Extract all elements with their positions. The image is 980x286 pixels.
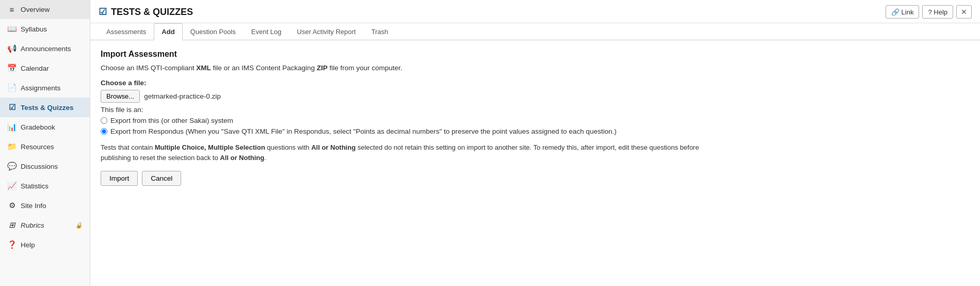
sidebar-item-label: Discussions [21, 163, 58, 170]
sidebar-item-label: Announcements [21, 45, 71, 53]
radio-option-sakai[interactable]: Export from this (or other Sakai) system [101, 117, 970, 124]
tab-question-pools[interactable]: Question Pools [183, 23, 244, 40]
desc-prefix: Choose an IMS QTI-compliant [101, 64, 196, 72]
warning-text: Tests that contain Multiple Choice, Mult… [101, 142, 720, 163]
page-header: ☑ TESTS & QUIZZES 🔗 Link ? Help ✕ [90, 0, 980, 23]
warning-middle1: questions with [265, 144, 312, 151]
sidebar-item-assignments[interactable]: 📄 Assignments [0, 78, 90, 98]
radio-group: Export from this (or other Sakai) system… [101, 117, 970, 135]
grid-icon: ⊞ [7, 220, 17, 230]
warning-prefix: Tests that contain [101, 144, 155, 151]
tab-event-log[interactable]: Event Log [244, 23, 290, 40]
content-area: Import Assessment Choose an IMS QTI-comp… [90, 40, 980, 286]
import-button[interactable]: Import [101, 171, 138, 186]
radio-sakai[interactable] [101, 117, 107, 124]
sidebar-item-label: Syllabus [21, 25, 47, 33]
tab-assessments[interactable]: Assessments [99, 23, 154, 40]
sidebar-item-rubrics[interactable]: ⊞ Rubrics 🔒 [0, 215, 90, 235]
chat-icon: 💬 [7, 162, 17, 171]
sidebar-item-site-info[interactable]: ⚙ Site Info [0, 196, 90, 215]
sidebar-item-label: Assignments [21, 84, 60, 92]
sidebar-item-calendar[interactable]: 📅 Calendar [0, 58, 90, 78]
sidebar-item-discussions[interactable]: 💬 Discussions [0, 156, 90, 176]
import-section-title: Import Assessment [101, 50, 970, 59]
sidebar-item-label: Statistics [21, 182, 49, 190]
megaphone-icon: 📢 [7, 44, 17, 53]
sidebar-item-tests-quizzes[interactable]: ☑ Tests & Quizzes [0, 98, 90, 117]
sidebar-item-help[interactable]: ❓ Help [0, 235, 90, 255]
overview-icon: ≡ [7, 5, 17, 14]
tab-bar: Assessments Add Question Pools Event Log… [90, 23, 980, 40]
book-icon: 📖 [7, 24, 17, 34]
sidebar-item-statistics[interactable]: 📈 Statistics [0, 176, 90, 196]
action-buttons: Import Cancel [101, 171, 970, 186]
sidebar-item-syllabus[interactable]: 📖 Syllabus [0, 19, 90, 39]
title-check-icon: ☑ [99, 6, 107, 18]
sidebar-item-label: Gradebook [21, 123, 55, 131]
warning-bold3: All or Nothing [220, 154, 264, 162]
browse-button[interactable]: Browse... [101, 90, 140, 103]
gear-icon: ⚙ [7, 201, 17, 210]
desc-suffix: file from your computer. [328, 64, 403, 72]
page-title: ☑ TESTS & QUIZZES [99, 6, 193, 18]
import-description: Choose an IMS QTI-compliant XML file or … [101, 64, 970, 72]
help-button[interactable]: ? Help [922, 5, 953, 19]
radio-option-respondus[interactable]: Export from Respondus (When you "Save QT… [101, 128, 970, 135]
file-name-display: getmarked-practice-0.zip [144, 92, 221, 100]
sidebar-item-resources[interactable]: 📁 Resources [0, 137, 90, 156]
sidebar-item-label: Calendar [21, 65, 49, 72]
sidebar-item-announcements[interactable]: 📢 Announcements [0, 39, 90, 58]
link-button[interactable]: 🔗 Link [886, 5, 919, 19]
lock-icon: 🔒 [75, 222, 83, 229]
calendar-icon: 📅 [7, 63, 17, 73]
cancel-button[interactable]: Cancel [142, 171, 181, 186]
tab-add[interactable]: Add [154, 23, 182, 40]
checkbox-icon: ☑ [7, 103, 17, 112]
sidebar-item-overview[interactable]: ≡ Overview [0, 0, 90, 19]
document-icon: 📄 [7, 83, 17, 92]
radio-sakai-label: Export from this (or other Sakai) system [110, 117, 233, 124]
radio-respondus[interactable] [101, 128, 107, 135]
close-button[interactable]: ✕ [956, 5, 972, 19]
header-actions: 🔗 Link ? Help ✕ [886, 5, 972, 19]
sidebar-item-label: Site Info [21, 202, 46, 210]
desc-middle: file or an IMS Content Packaging [211, 64, 317, 72]
main-content: ☑ TESTS & QUIZZES 🔗 Link ? Help ✕ Assess… [90, 0, 980, 286]
sidebar: ≡ Overview 📖 Syllabus 📢 Announcements 📅 … [0, 0, 90, 286]
folder-icon: 📁 [7, 142, 17, 151]
radio-respondus-label: Export from Respondus (When you "Save QT… [110, 128, 617, 135]
chart-icon: 📈 [7, 181, 17, 190]
sidebar-item-gradebook[interactable]: 📊 Gradebook [0, 117, 90, 137]
sidebar-item-label: Rubrics [21, 221, 44, 229]
file-row: Browse... getmarked-practice-0.zip [101, 90, 970, 103]
sidebar-item-label: Help [21, 241, 35, 249]
sidebar-item-label: Tests & Quizzes [21, 104, 74, 112]
desc-zip: ZIP [317, 64, 328, 72]
file-is-label: This file is an: [101, 106, 970, 114]
choose-file-label: Choose a file: [101, 79, 970, 87]
warning-bold1: Multiple Choice, Multiple Selection [155, 144, 265, 151]
sidebar-item-label: Overview [21, 6, 50, 13]
gradebook-icon: 📊 [7, 122, 17, 132]
help-icon: ❓ [7, 240, 17, 249]
desc-xml: XML [196, 64, 211, 72]
warning-suffix: . [264, 154, 266, 162]
sidebar-item-label: Resources [21, 143, 54, 151]
tab-trash[interactable]: Trash [363, 23, 396, 40]
tab-user-activity-report[interactable]: User Activity Report [289, 23, 363, 40]
warning-bold2: All or Nothing [311, 144, 356, 151]
title-text: TESTS & QUIZZES [111, 7, 193, 18]
